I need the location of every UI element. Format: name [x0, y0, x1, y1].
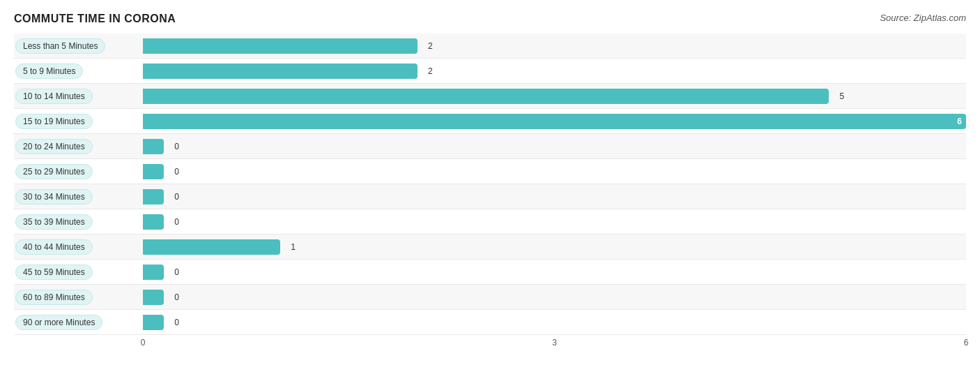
- bar-label-45-to-59: 45 to 59 Minutes: [15, 265, 93, 280]
- bar-area-10-to-14: 5: [143, 84, 966, 108]
- bar-area-less-than-5: 2: [143, 33, 966, 58]
- bar-value-40-to-44: 1: [291, 242, 296, 252]
- bar-value-20-to-24: 0: [174, 142, 179, 151]
- chart-title: COMMUTE TIME IN CORONA: [14, 13, 176, 25]
- bar-area-25-to-29: 0: [143, 159, 966, 184]
- bar-label-25-to-29: 25 to 29 Minutes: [15, 164, 93, 179]
- bar-fill-90-or-more: 0: [143, 315, 164, 330]
- bar-row-90-or-more: 90 or more Minutes0: [14, 310, 966, 335]
- bar-value-60-to-89: 0: [174, 292, 179, 302]
- bar-label-15-to-19: 15 to 19 Minutes: [15, 114, 93, 129]
- chart-source: Source: ZipAtlas.com: [880, 13, 966, 23]
- bar-value-less-than-5: 2: [428, 41, 433, 51]
- chart-body: Less than 5 Minutes25 to 9 Minutes210 to…: [14, 33, 966, 335]
- bar-row-30-to-34: 30 to 34 Minutes0: [14, 184, 966, 209]
- bar-row-10-to-14: 10 to 14 Minutes5: [14, 84, 966, 109]
- bar-label-60-to-89: 60 to 89 Minutes: [15, 290, 93, 305]
- x-tick-0: 0: [141, 338, 146, 348]
- bar-label-less-than-5: Less than 5 Minutes: [15, 38, 105, 54]
- bar-fill-35-to-39: 0: [143, 214, 164, 230]
- bar-label-5-to-9: 5 to 9 Minutes: [15, 64, 83, 79]
- bar-row-5-to-9: 5 to 9 Minutes2: [14, 59, 966, 84]
- bar-row-45-to-59: 45 to 59 Minutes0: [14, 260, 966, 285]
- bar-row-60-to-89: 60 to 89 Minutes0: [14, 285, 966, 310]
- bar-value-30-to-34: 0: [174, 192, 179, 202]
- bar-area-90-or-more: 0: [143, 310, 966, 334]
- bar-area-35-to-39: 0: [143, 209, 966, 234]
- bar-area-15-to-19: 6: [143, 109, 966, 133]
- bar-area-30-to-34: 0: [143, 184, 966, 209]
- bar-value-10-to-14: 5: [839, 91, 844, 101]
- bar-area-5-to-9: 2: [143, 59, 966, 83]
- bar-label-90-or-more: 90 or more Minutes: [15, 315, 102, 330]
- bar-label-40-to-44: 40 to 44 Minutes: [15, 239, 93, 255]
- bar-fill-45-to-59: 0: [143, 265, 164, 280]
- bar-row-less-than-5: Less than 5 Minutes2: [14, 33, 966, 59]
- chart-container: COMMUTE TIME IN CORONA Source: ZipAtlas.…: [0, 0, 980, 365]
- bar-row-35-to-39: 35 to 39 Minutes0: [14, 209, 966, 234]
- bar-fill-40-to-44: 1: [143, 239, 280, 255]
- x-tick-3: 3: [552, 338, 557, 348]
- bar-label-20-to-24: 20 to 24 Minutes: [15, 139, 93, 154]
- bar-row-40-to-44: 40 to 44 Minutes1: [14, 234, 966, 260]
- bar-area-20-to-24: 0: [143, 134, 966, 158]
- bar-label-35-to-39: 35 to 39 Minutes: [15, 214, 93, 230]
- bar-value-35-to-39: 0: [174, 217, 179, 227]
- chart-header: COMMUTE TIME IN CORONA Source: ZipAtlas.…: [14, 13, 966, 25]
- bar-fill-15-to-19: 6: [143, 114, 966, 129]
- bar-value-5-to-9: 2: [428, 66, 433, 76]
- bar-fill-25-to-29: 0: [143, 164, 164, 179]
- bar-value-25-to-29: 0: [174, 167, 179, 177]
- bar-fill-20-to-24: 0: [143, 139, 164, 154]
- bar-area-40-to-44: 1: [143, 234, 966, 259]
- bar-row-25-to-29: 25 to 29 Minutes0: [14, 159, 966, 184]
- bar-fill-30-to-34: 0: [143, 189, 164, 204]
- x-tick-6: 6: [964, 338, 969, 348]
- bar-fill-10-to-14: 5: [143, 89, 829, 104]
- bar-label-10-to-14: 10 to 14 Minutes: [15, 89, 93, 104]
- bar-value-45-to-59: 0: [174, 267, 179, 277]
- bar-fill-60-to-89: 0: [143, 290, 164, 305]
- x-axis: 036: [143, 338, 966, 352]
- bar-fill-less-than-5: 2: [143, 38, 418, 54]
- bar-area-45-to-59: 0: [143, 260, 966, 284]
- bar-value-15-to-19: 6: [957, 117, 962, 126]
- bar-value-90-or-more: 0: [174, 318, 179, 327]
- bar-fill-5-to-9: 2: [143, 64, 418, 79]
- bar-label-30-to-34: 30 to 34 Minutes: [15, 189, 93, 204]
- bar-area-60-to-89: 0: [143, 285, 966, 309]
- bar-row-15-to-19: 15 to 19 Minutes6: [14, 109, 966, 134]
- bar-row-20-to-24: 20 to 24 Minutes0: [14, 134, 966, 159]
